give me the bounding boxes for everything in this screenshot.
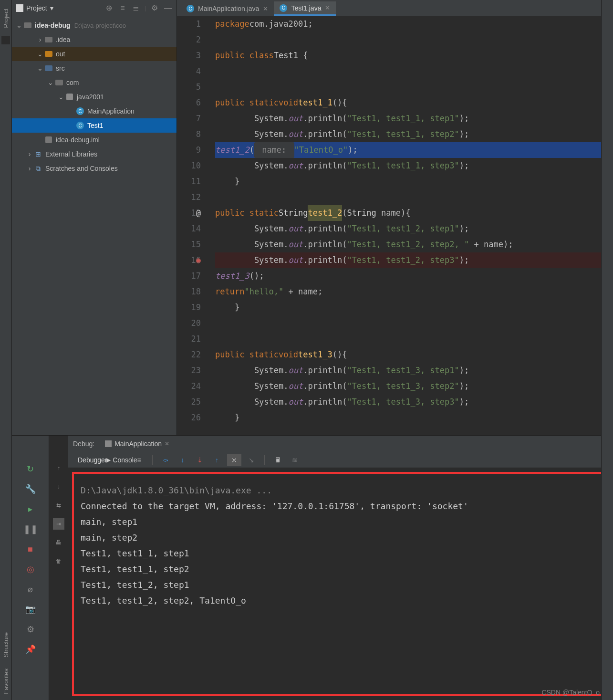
filter-icon[interactable]: ⇆ xyxy=(53,500,64,511)
code-line[interactable]: public static void test1_1(){ xyxy=(215,95,613,111)
console-line: Test1, test1_1, step1 xyxy=(81,545,601,561)
code-line[interactable]: test1_3(); xyxy=(215,268,613,284)
code-line[interactable]: System.out.println("Test1, test1_1, step… xyxy=(215,126,613,142)
gutter[interactable]: 12345678910111213@141516◉171819202122232… xyxy=(177,16,211,435)
tree-row[interactable]: CTest1 xyxy=(12,118,177,133)
favorites-tab-button[interactable]: Favorites xyxy=(1,666,10,698)
editor-tabs[interactable]: CMainApplication.java✕CTest1.java✕ xyxy=(177,0,613,16)
project-tree[interactable]: ⌄ idea-debug D:\java-project\coo›.idea⌄o… xyxy=(12,16,177,435)
hide-icon[interactable]: — xyxy=(163,3,173,13)
debugger-tab[interactable]: Debugger xyxy=(73,456,112,464)
tree-row[interactable]: ›⧉Scratches and Consoles xyxy=(12,161,177,176)
console-side-controls: ↑ ↓ ⇆ ⇥ 🖶 🗑 xyxy=(49,436,68,700)
code-line[interactable]: public static String test1_2(String name… xyxy=(215,205,613,221)
code-line[interactable]: } xyxy=(215,300,613,315)
code-line[interactable]: } xyxy=(215,174,613,189)
step-out-icon[interactable]: ↑ xyxy=(210,454,224,466)
tree-root[interactable]: ⌄ idea-debug D:\java-project\coo xyxy=(12,18,177,32)
expand-icon[interactable]: ≡ xyxy=(118,3,127,13)
trace-icon[interactable]: ≋ xyxy=(288,454,302,466)
chevron-down-icon: ▾ xyxy=(50,4,53,12)
tree-row[interactable]: ⌄src xyxy=(12,61,177,75)
tree-row[interactable]: ›⊞External Libraries xyxy=(12,147,177,161)
code-line[interactable]: System.out.println("Test1, test1_3, step… xyxy=(215,378,613,394)
down-arrow-icon[interactable]: ↓ xyxy=(53,481,64,492)
project-dropdown[interactable]: Project ▾ xyxy=(16,4,53,12)
debug-header: Debug: MainApplication ✕ xyxy=(68,436,613,452)
console-line: Test1, test1_1, step2 xyxy=(81,561,601,577)
code-line[interactable] xyxy=(215,32,613,48)
code-line[interactable] xyxy=(215,315,613,331)
code-line[interactable]: System.out.println("Test1, test1_2, step… xyxy=(215,221,613,237)
up-arrow-icon[interactable]: ↑ xyxy=(53,462,64,474)
pause-icon[interactable]: ❚❚ xyxy=(24,522,37,536)
view-breakpoints-icon[interactable]: ◎ xyxy=(24,563,37,576)
code-line[interactable] xyxy=(215,189,613,205)
target-icon[interactable]: ⊕ xyxy=(104,3,114,13)
close-icon[interactable]: ✕ xyxy=(165,440,169,447)
code-line[interactable] xyxy=(215,63,613,79)
left-tool-strip: Project Structure Favorites xyxy=(0,0,12,700)
pin-icon[interactable]: 📌 xyxy=(24,643,37,656)
evaluate-icon[interactable]: 🖩 xyxy=(270,454,285,466)
settings-icon[interactable]: ⚙ xyxy=(24,623,37,636)
clear-icon[interactable]: 🗑 xyxy=(53,555,64,567)
project-sidebar: Project ▾ ⊕ ≡ ≣ | ⚙ — ⌄ idea-debug D:\ja… xyxy=(12,0,177,435)
debug-toolbar: Debugger ▶ Console ≡ ⤼ ↓ ⇣ ↑ ⤫ ↘ 🖩 ≋ xyxy=(68,452,613,468)
tree-row[interactable]: idea-debug.iml xyxy=(12,133,177,147)
code-line[interactable]: System.out.println("Test1, test1_2, step… xyxy=(215,252,613,268)
tree-row[interactable]: ›.idea xyxy=(12,32,177,47)
soft-wrap-icon[interactable]: ⇥ xyxy=(53,518,64,530)
step-over-icon[interactable]: ⤼ xyxy=(158,454,173,466)
code-line[interactable]: test1_2( name: "Ta1entO_o"); xyxy=(215,142,613,158)
drop-frame-icon[interactable]: ⤫ xyxy=(227,454,241,466)
step-into-icon[interactable]: ↓ xyxy=(176,454,190,466)
editor-tab[interactable]: CMainApplication.java✕ xyxy=(181,1,274,16)
gear-icon[interactable]: ⚙ xyxy=(150,3,159,13)
code-line[interactable]: public static void test1_3(){ xyxy=(215,347,613,363)
debug-run-controls: ↻ 🔧 ▸ ❚❚ ■ ◎ ⌀ 📷 ⚙ 📌 xyxy=(12,436,49,700)
code-line[interactable]: System.out.println("Test1, test1_3, step… xyxy=(215,363,613,378)
code-line[interactable]: System.out.println("Test1, test1_2, step… xyxy=(215,237,613,252)
console-tab[interactable]: ▶ Console xyxy=(115,454,129,466)
code-line[interactable]: System.out.println("Test1, test1_3, step… xyxy=(215,394,613,410)
watermark: CSDN @TalentO_o xyxy=(541,689,600,696)
resume-icon[interactable]: ▸ xyxy=(24,502,37,516)
code-line[interactable]: System.out.println("Test1, test1_1, step… xyxy=(215,158,613,174)
code-body[interactable]: package com.java2001;public class Test1 … xyxy=(211,16,613,435)
wrench-icon[interactable]: 🔧 xyxy=(24,482,37,496)
right-tool-strip xyxy=(601,0,613,700)
editor: CMainApplication.java✕CTest1.java✕ 12345… xyxy=(177,0,613,435)
project-tab-button[interactable]: Project xyxy=(1,6,10,32)
tree-row[interactable]: ⌄com xyxy=(12,75,177,90)
camera-icon[interactable]: 📷 xyxy=(24,603,37,616)
print-icon[interactable]: 🖶 xyxy=(53,537,64,548)
console-output[interactable]: D:\Java\jdk1.8.0_361\bin\java.exe ...Con… xyxy=(72,472,609,696)
window-icon xyxy=(105,440,112,447)
tree-row[interactable]: ⌄out xyxy=(12,47,177,61)
code-line[interactable]: public class Test1 { xyxy=(215,48,613,63)
collapse-icon[interactable]: ≣ xyxy=(131,3,141,13)
code-line[interactable] xyxy=(215,331,613,347)
close-icon[interactable]: ✕ xyxy=(325,4,330,11)
code-line[interactable]: System.out.println("Test1, test1_1, step… xyxy=(215,111,613,126)
force-step-into-icon[interactable]: ⇣ xyxy=(193,454,207,466)
tree-row[interactable]: ⌄java2001 xyxy=(12,90,177,104)
editor-tab[interactable]: CTest1.java✕ xyxy=(274,1,336,16)
code-line[interactable]: package com.java2001; xyxy=(215,16,613,32)
mute-breakpoints-icon[interactable]: ⌀ xyxy=(24,583,37,596)
threads-icon[interactable]: ≡ xyxy=(132,454,146,466)
code-line[interactable]: return "hello," + name; xyxy=(215,284,613,300)
structure-tab-button[interactable]: Structure xyxy=(1,629,10,662)
debug-panel: ↻ 🔧 ▸ ❚❚ ■ ◎ ⌀ 📷 ⚙ 📌 ↑ ↓ ⇆ ⇥ 🖶 🗑 Debug: … xyxy=(12,435,613,700)
close-icon[interactable]: ✕ xyxy=(263,5,268,12)
rerun-icon[interactable]: ↻ xyxy=(24,462,37,476)
tree-row[interactable]: CMainApplication xyxy=(12,104,177,118)
console-line: Connected to the target VM, address: '12… xyxy=(81,498,601,514)
debug-run-tab[interactable]: MainApplication ✕ xyxy=(101,438,173,449)
code-line[interactable]: } xyxy=(215,410,613,426)
code-line[interactable] xyxy=(215,79,613,95)
code-area[interactable]: 12345678910111213@141516◉171819202122232… xyxy=(177,16,613,435)
run-to-cursor-icon[interactable]: ↘ xyxy=(244,454,259,466)
stop-icon[interactable]: ■ xyxy=(24,543,37,556)
